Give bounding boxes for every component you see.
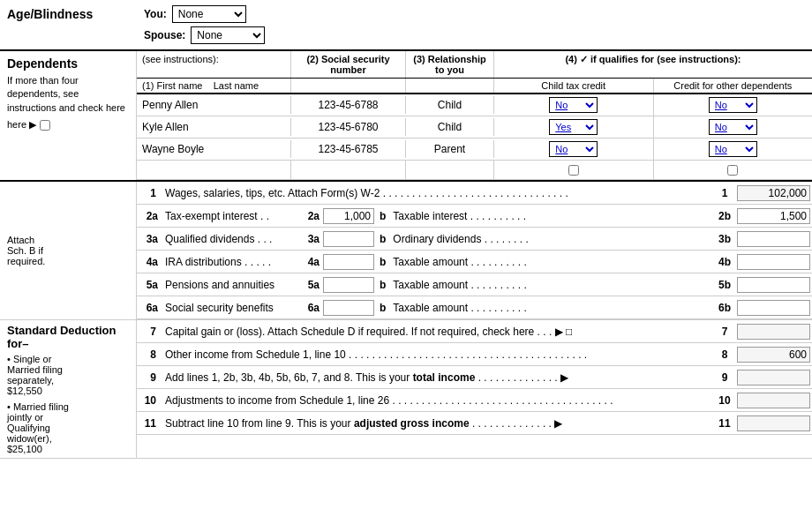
line-11-input[interactable] (737, 415, 810, 431)
line-1-right-num: 1 (712, 187, 737, 199)
line-7-input[interactable] (737, 324, 810, 340)
dep-empty-child-check[interactable] (568, 165, 579, 176)
dep-other-credit-0[interactable]: NoYes (654, 94, 813, 116)
line-7-num: 7 (137, 326, 162, 338)
dependents-more-checkbox[interactable] (40, 120, 50, 131)
line-2a-input[interactable] (323, 208, 374, 224)
dep-empty-other (654, 161, 813, 179)
line-4a-input-container (323, 254, 376, 270)
line-6b-input[interactable] (737, 300, 810, 316)
line-4a-label: IRA distributions . . . . . (162, 253, 298, 271)
line-9-input[interactable] (737, 370, 810, 386)
age-blindness-controls: You: None 65 or older Blind Both Spouse:… (137, 4, 272, 46)
dep-child-select-0[interactable]: NoYes (549, 97, 598, 113)
dep-other-select-0[interactable]: NoYes (709, 97, 757, 113)
dep-instructions-row: (see instructions): (2) Social security … (137, 51, 812, 79)
spouse-label: Spouse: (144, 29, 185, 41)
line-5b-label: Taxable amount . . . . . . . . . . (389, 276, 712, 294)
line-6a-input[interactable] (323, 300, 374, 316)
line-2a-input-container (323, 208, 376, 224)
line-3b-num: 3b (712, 233, 737, 245)
dep-empty-ssn (291, 161, 406, 179)
std-ded-item-1: • Married filing jointly or Qualifying w… (7, 401, 129, 454)
dependents-left-panel: Dependents If more than four dependents,… (0, 51, 137, 180)
line-4a-input[interactable] (323, 254, 374, 270)
line-2-row: 2a Tax-exempt interest . . 2a b Taxable … (137, 205, 812, 228)
dep-child-credit-2[interactable]: NoYes (494, 138, 654, 160)
dep-empty-child (494, 161, 654, 179)
you-row: You: None 65 or older Blind Both (144, 5, 265, 23)
dep-name-0: Penny Allen (137, 96, 291, 114)
dep-empty-other-check[interactable] (727, 165, 738, 176)
dep-ssn-2: 123-45-6785 (291, 140, 406, 158)
line-2b-input[interactable] (737, 208, 810, 224)
line-5a-input-container (323, 277, 376, 293)
line-4a-num: 4a (137, 256, 162, 268)
income-right-panel: 1 Wages, salaries, tips, etc. Attach For… (137, 182, 812, 319)
std-ded-title: Standard Deduction for– (7, 324, 129, 350)
line-5a-input[interactable] (323, 277, 374, 293)
line-1-label: Wages, salaries, tips, etc. Attach Form(… (162, 184, 712, 202)
line-4b-input[interactable] (737, 254, 810, 270)
dep-name-2: Wayne Boyle (137, 140, 291, 158)
line-7-right-num: 7 (712, 326, 737, 338)
line-5b-b: b (376, 279, 389, 291)
dependents-title: Dependents (7, 56, 129, 71)
dep-qual-0: NoYes NoYes (494, 94, 812, 116)
dep-rel-1: Child (406, 118, 494, 136)
line-10-input-container (737, 393, 812, 408)
line-3b-b: b (376, 233, 389, 245)
line-1-input[interactable] (737, 185, 810, 201)
line-6a-label: Social security benefits (162, 299, 298, 317)
line-3b-label: Ordinary dividends . . . . . . . . (389, 230, 712, 248)
you-select[interactable]: None 65 or older Blind Both (172, 5, 246, 23)
dep-child-select-1[interactable]: NoYes (549, 119, 598, 135)
dep-other-credit-2[interactable]: NoYes (654, 138, 813, 160)
line-5b-num: 5b (712, 279, 737, 291)
line-8-input[interactable] (737, 347, 810, 363)
line-1-input-container (737, 185, 812, 201)
std-ded-item-0: • Single or Married filing separately, $… (7, 354, 129, 396)
income-section: Attach Sch. B if required. 1 Wages, sala… (0, 182, 812, 320)
line-8-num: 8 (137, 348, 162, 361)
line-11-right-num: 11 (712, 417, 737, 430)
line-9-row: 9 Add lines 1, 2b, 3b, 4b, 5b, 6b, 7, an… (137, 366, 812, 389)
dep-qual-2: NoYes NoYes (494, 138, 812, 160)
line-9-label: Add lines 1, 2b, 3b, 4b, 5b, 6b, 7, and … (162, 369, 712, 386)
line-10-input[interactable] (737, 393, 810, 408)
dep-other-credit-1[interactable]: NoYes (654, 116, 813, 138)
dep-other-select-1[interactable]: NoYes (709, 119, 757, 135)
dep-child-credit-1[interactable]: NoYes (494, 116, 654, 138)
std-ded-left-panel: Standard Deduction for– • Single or Marr… (0, 320, 137, 458)
line-9-input-container (737, 370, 812, 386)
line-3a-input[interactable] (323, 231, 374, 247)
dep-child-credit-0[interactable]: NoYes (494, 94, 654, 116)
spouse-select[interactable]: None 65 or older Blind Both (191, 26, 265, 44)
dep-rel-0: Child (406, 96, 494, 114)
line-2b-input-container (737, 208, 812, 224)
line-10-row: 10 Adjustments to income from Schedule 1… (137, 389, 812, 412)
dep-name-subheader: (1) First name Last name (137, 79, 291, 93)
attach-label: Attach Sch. B if required. (7, 235, 129, 266)
line-4b-num: 4b (712, 256, 737, 268)
line-8-input-container (737, 347, 812, 363)
line-2a-num: 2a (137, 210, 162, 222)
line-10-num: 10 (137, 394, 162, 407)
line-6a-input-container (323, 300, 376, 316)
dep-empty-name (137, 161, 291, 179)
line-11-input-container (737, 415, 812, 431)
dep-child-select-2[interactable]: NoYes (549, 141, 598, 157)
line-6b-label: Taxable amount . . . . . . . . . . (389, 299, 712, 317)
dep-qualifies-header: (4) ✓ if qualifies for (see instructions… (494, 51, 812, 78)
line-11-num: 11 (137, 417, 162, 430)
dep-name-1: Kyle Allen (137, 118, 291, 136)
dependents-check-row: here ▶ (7, 118, 129, 131)
line-5b-input[interactable] (737, 277, 810, 293)
age-blindness-label: Age/Blindness (0, 4, 137, 46)
dep-ssn-header: (2) Social security number (291, 51, 406, 78)
dep-other-select-2[interactable]: NoYes (709, 141, 757, 157)
line-4b-b: b (376, 256, 389, 268)
line-5-row: 5a Pensions and annuities 5a b Taxable a… (137, 273, 812, 296)
line-3b-input[interactable] (737, 231, 810, 247)
dep-subheader-row: (1) First name Last name Child tax credi… (137, 79, 812, 94)
